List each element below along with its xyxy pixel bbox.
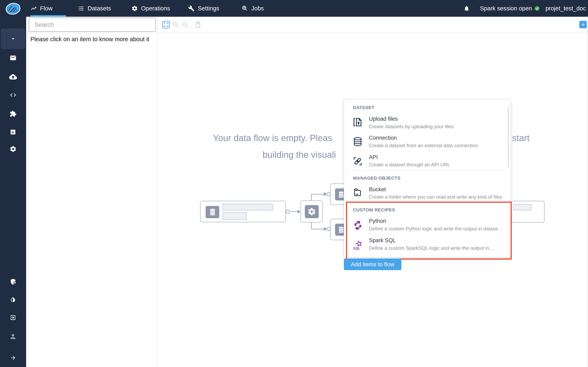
person-icon[interactable] [9,333,17,340]
app-window: Flow Datasets Operations Settings Jobs S… [0,0,588,367]
database-icon [206,206,219,218]
mail-icon[interactable] [9,54,17,61]
wrench-icon [188,5,195,12]
flow-node-recipe[interactable] [301,200,323,222]
connector-line [311,194,324,194]
plus-icon [580,22,586,27]
bar-chart-icon[interactable] [10,129,16,135]
item-title: API [369,154,378,160]
search-bar-row [26,17,157,33]
icon-sidebar [0,17,26,367]
tab-settings[interactable]: Settings [188,0,219,17]
inspector-panel: Please click on an item to know more abo… [26,17,158,367]
add-items-to-flow-label: Add items to flow [351,261,394,268]
search-gear-icon [242,5,248,12]
zoom-out-icon[interactable] [181,21,189,29]
tab-flow[interactable]: Flow [30,0,66,17]
empty-state-line1-right: start [512,133,530,143]
top-navbar: Flow Datasets Operations Settings Jobs S… [0,0,588,17]
popup-scrollbar[interactable] [508,106,509,167]
app-logo[interactable] [5,2,21,16]
tab-datasets[interactable]: Datasets [78,0,111,17]
canvas-toolbar [158,17,588,33]
tab-settings-label: Settings [198,5,219,12]
cloud-upload-icon[interactable] [9,73,17,81]
sidebar-item-active[interactable] [1,29,25,49]
section-divider [344,170,511,170]
gear-icon [305,205,319,218]
item-title: Upload files [369,116,398,122]
folder-icon [353,187,363,197]
connector-line [311,222,312,229]
database-icon [353,137,363,147]
invert-colors-icon[interactable] [10,296,16,303]
placeholder-bar [222,212,247,220]
zoom-in-icon[interactable] [172,21,180,29]
placeholder-bar [222,204,273,210]
item-description: Create a dataset through an API URL [369,162,450,167]
code-icon[interactable] [9,92,17,99]
caret-down-icon [10,36,16,42]
arrow-right-icon[interactable] [10,355,16,361]
upload-file-icon [352,117,363,128]
empty-state-line2: building the visuali [263,150,336,160]
item-title: Bucket [369,186,386,193]
tab-jobs[interactable]: Jobs [242,0,264,17]
session-status: Spark session open [480,5,532,12]
search-input[interactable] [29,17,156,32]
list-icon [78,5,84,12]
gear-icon[interactable] [9,146,17,152]
item-description: Create a folder where you can read and w… [369,194,502,200]
item-description: Create a dataset from an external data c… [369,143,478,149]
input-port[interactable] [327,192,330,196]
canvas-right-edge [587,17,588,367]
placeholder-bar [513,204,531,210]
trending-up-icon [30,5,37,12]
tab-datasets-label: Datasets [87,5,111,12]
add-items-to-flow-button[interactable]: Add items to flow [344,259,401,270]
tab-jobs-label: Jobs [251,5,264,12]
item-description: Create datasets by uploading your files [369,124,454,129]
section-title-managed-objects: MANAGED OBJECTS [353,175,401,181]
add-node-button[interactable] [579,21,587,28]
item-title: Connection [369,135,397,141]
logo-icon [5,2,21,16]
bell-icon[interactable] [463,5,470,12]
navbar-right-cluster: Spark session open projet_test_doc [463,0,586,17]
tab-operations[interactable]: Operations [131,0,170,17]
input-port[interactable] [327,227,330,231]
connector-line [290,211,298,212]
connector-line [311,229,324,229]
trash-icon[interactable] [194,20,202,29]
section-title-dataset: DATASET [353,105,374,110]
shield-user-icon[interactable] [9,278,17,285]
fit-screen-icon[interactable] [162,21,170,29]
exit-icon[interactable] [10,314,16,321]
flow-node-dataset-source[interactable] [200,201,286,222]
puzzle-icon[interactable] [9,110,17,117]
check-circle-icon [534,6,540,11]
output-port[interactable] [286,210,290,214]
custom-recipes-highlight-box [346,202,512,259]
tab-operations-label: Operations [141,5,170,12]
tab-flow-label: Flow [40,5,52,12]
project-name[interactable]: projet_test_doc [545,5,586,12]
connector-line [311,194,312,200]
panel-hint-text: Please click on an item to know more abo… [30,36,149,43]
add-items-popup: DATASET Upload files Create datasets by … [344,99,511,257]
flow-node-dataset-far-right[interactable] [511,201,545,223]
gear-icon [131,5,138,12]
api-link-icon [353,156,363,166]
connector-arrowhead [297,210,301,214]
empty-state-line1: Your data flow is empty. Pleas [213,133,332,143]
